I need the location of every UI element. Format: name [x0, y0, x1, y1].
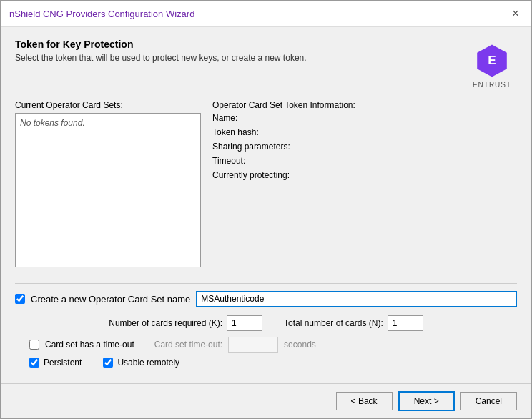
header-text: Token for Key Protection Select the toke…	[15, 39, 307, 63]
dialog-content: Token for Key Protection Select the toke…	[1, 27, 531, 383]
persistent-row: Persistent Usable remotely	[29, 357, 517, 368]
create-ocs-label: Create a new Operator Card Set name	[31, 294, 190, 305]
back-button[interactable]: < Back	[336, 392, 393, 410]
card-timeout-row: Card set has a time-out Card set time-ou…	[29, 337, 517, 353]
dialog-window: nShield CNG Providers Configuration Wiza…	[0, 0, 532, 419]
sharing-row: Sharing parameters:	[212, 142, 517, 152]
token-info-section: Name: Token hash: Sharing parameters: Ti…	[212, 113, 517, 184]
entrust-logo: E ENTRUST	[467, 39, 517, 89]
timeout-row: Timeout:	[212, 156, 517, 166]
card-sets-listbox[interactable]: No tokens found.	[15, 113, 201, 267]
close-button[interactable]: ×	[508, 6, 523, 21]
card-timeout-checkbox[interactable]	[29, 340, 39, 350]
right-panel: Operator Card Set Token Information: Nam…	[212, 100, 517, 267]
total-cards-input[interactable]	[388, 315, 423, 331]
card-timeout-label: Card set has a time-out	[45, 340, 134, 350]
create-name-row: Create a new Operator Card Set name	[15, 291, 517, 307]
name-info-row: Name:	[212, 113, 517, 123]
usable-remotely-label: Usable remotely	[117, 358, 179, 368]
page-title: Token for Key Protection	[15, 39, 307, 50]
num-cards-group: Number of cards required (K):	[109, 315, 262, 331]
token-info-label: Operator Card Set Token Information:	[212, 100, 517, 110]
persistent-label: Persistent	[44, 358, 82, 368]
token-hash-row: Token hash:	[212, 127, 517, 137]
footer: < Back Next > Cancel	[1, 383, 531, 418]
num-cards-label: Number of cards required (K):	[109, 318, 222, 328]
dialog-title: nShield CNG Providers Configuration Wiza…	[9, 9, 194, 19]
timeout-value-input[interactable]	[228, 337, 278, 353]
seconds-label: seconds	[284, 340, 316, 350]
next-button[interactable]: Next >	[398, 391, 455, 411]
total-cards-label: Total number of cards (N):	[284, 318, 383, 328]
main-panel: Current Operator Card Sets: No tokens fo…	[15, 100, 517, 267]
total-cards-group: Total number of cards (N):	[284, 315, 423, 331]
svg-text:E: E	[488, 53, 496, 67]
card-timeout-field-label: Card set time-out:	[154, 340, 222, 350]
separator	[15, 283, 517, 284]
entrust-label: ENTRUST	[473, 81, 511, 89]
left-panel: Current Operator Card Sets: No tokens fo…	[15, 100, 201, 267]
current-card-sets-label: Current Operator Card Sets:	[15, 100, 201, 110]
usable-remotely-checkbox[interactable]	[103, 358, 113, 368]
create-ocs-checkbox[interactable]	[15, 294, 25, 304]
currently-protecting-row: Currently protecting:	[212, 170, 517, 180]
ocs-name-input[interactable]	[196, 291, 517, 307]
num-cards-input[interactable]	[227, 315, 262, 331]
options-rows: Card set has a time-out Card set time-ou…	[18, 337, 517, 372]
title-bar: nShield CNG Providers Configuration Wiza…	[1, 1, 531, 27]
cancel-button[interactable]: Cancel	[460, 392, 517, 410]
listbox-placeholder: No tokens found.	[20, 118, 85, 128]
persistent-checkbox[interactable]	[29, 358, 39, 368]
entrust-hex-icon: E	[473, 42, 511, 79]
page-subtitle: Select the token that will be used to pr…	[15, 53, 307, 63]
numbers-row: Number of cards required (K): Total numb…	[15, 315, 517, 331]
header-section: Token for Key Protection Select the toke…	[15, 39, 517, 89]
